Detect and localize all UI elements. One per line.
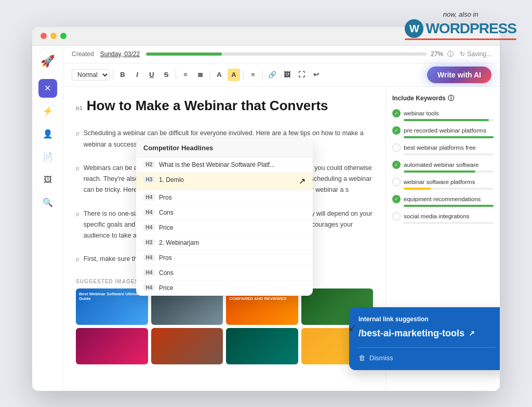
bold-button[interactable]: B: [116, 69, 129, 81]
comp-item-h4-cons-1[interactable]: H4 Cons: [136, 205, 313, 220]
progress-container: 27% ⓘ: [146, 50, 454, 59]
keyword-software-platforms: webinar software platforms: [392, 178, 494, 190]
ordered-list-button[interactable]: ≡: [179, 69, 192, 81]
sidebar-item-search[interactable]: 🔍: [38, 193, 57, 212]
keyword-automated: ✓ automated webinar software: [392, 161, 494, 173]
progress-bar-background: [146, 52, 427, 56]
comp-text-h4-price-1: Price: [159, 224, 305, 231]
close-button[interactable]: [41, 33, 47, 39]
editor-icon: ✕: [44, 83, 51, 93]
keyword-check-3: [392, 143, 401, 152]
font-color-button[interactable]: A: [213, 69, 225, 81]
progress-info-icon[interactable]: ⓘ: [447, 50, 454, 59]
app-logo[interactable]: 🚀: [38, 52, 57, 71]
comp-text-h4-cons-2: Cons: [159, 269, 305, 277]
keyword-pre-recorded: ✓ pre recorded webinar platforms: [392, 126, 494, 138]
strikethrough-button[interactable]: S: [160, 69, 172, 81]
p-label-3: p: [76, 211, 79, 217]
link-button[interactable]: 🔗: [266, 69, 278, 81]
sidebar-item-optimize[interactable]: ⚡: [38, 102, 57, 121]
fullscreen-button[interactable]: ⛶: [295, 69, 308, 81]
keyword-best-free: best webinar platforms free: [392, 143, 494, 155]
main-content: Created Sunday, 03/22 27% ⓘ ↻ Saving...: [63, 46, 500, 391]
image-thumb-5[interactable]: [76, 328, 148, 364]
sidebar-item-images[interactable]: 🖼: [38, 170, 57, 189]
image-thumb-6[interactable]: [151, 328, 223, 364]
now-also-text: now, also in: [405, 10, 516, 18]
external-link-icon: ↗: [469, 329, 475, 337]
comp-item-h4-price-1[interactable]: H4 Price: [136, 220, 313, 235]
comp-tag-h2: H2: [143, 161, 155, 168]
link-card-divider: [358, 347, 496, 348]
font-bg-button[interactable]: A: [228, 69, 240, 81]
optimize-icon: ⚡: [43, 106, 53, 116]
images-icon: 🖼: [44, 175, 52, 185]
comp-text-h3-demio: 1. Demio: [159, 176, 295, 183]
wp-logo: W WORDPRESS: [405, 19, 516, 38]
comp-item-h4-cons-2[interactable]: H4 Cons: [136, 266, 313, 281]
wp-icon: W: [405, 19, 423, 38]
comp-text-h4-pros-2: Pros: [159, 254, 305, 261]
comp-item-h2[interactable]: H2 What is the Best Webinar Software Pla…: [136, 157, 313, 173]
image-thumb-7[interactable]: [226, 328, 298, 364]
comp-item-h3-webinarjam[interactable]: H3 2. Webinarjam: [136, 235, 313, 251]
maximize-button[interactable]: [60, 33, 66, 39]
trash-icon: 🗑: [358, 354, 365, 362]
keyword-social-media: social media integrations: [392, 212, 494, 224]
keyword-text-1: webinar tools: [404, 110, 439, 116]
sidebar-item-editor[interactable]: ✕: [38, 79, 57, 98]
comp-item-h4-pros-2[interactable]: H4 Pros: [136, 251, 313, 266]
app-layout: 🚀 ✕ ⚡ 👤 📄 🖼 🔍 Cre: [32, 46, 500, 391]
wp-brand-text: WORDPRESS: [425, 20, 516, 37]
toolbar-divider-5: [262, 70, 263, 80]
keyword-text-4: automated webinar software: [404, 162, 478, 168]
underline-button[interactable]: U: [145, 69, 158, 81]
sidebar-item-documents[interactable]: 📄: [38, 148, 57, 166]
keyword-check-4: ✓: [392, 161, 401, 169]
unordered-list-button[interactable]: ≣: [194, 69, 206, 81]
search-icon: 🔍: [43, 198, 53, 207]
comp-item-h4-price-2[interactable]: H4 Price: [136, 281, 313, 296]
format-select[interactable]: Normal: [72, 69, 110, 81]
competitor-headlines-overlay: Competitor Headlines H2 What is the Best…: [136, 139, 313, 296]
undo-button[interactable]: ↩: [310, 69, 322, 81]
toolbar: Normal B I U S ≡ ≣ A A ≡ 🔗 🖼 ⛶ ↩: [63, 63, 500, 87]
italic-button[interactable]: I: [131, 69, 143, 81]
comp-tag-h4-cons-1: H4: [143, 209, 155, 216]
minimize-button[interactable]: [50, 33, 57, 39]
comp-tag-h4-price-2: H4: [143, 284, 155, 291]
image-button[interactable]: 🖼: [281, 69, 293, 81]
align-button[interactable]: ≡: [247, 69, 259, 81]
keyword-text-5: webinar software platforms: [404, 179, 475, 185]
keyword-check-2: ✓: [392, 126, 401, 135]
keyword-equipment: ✓ equipment recommendations: [392, 195, 494, 207]
saving-icon: ↻: [460, 50, 465, 58]
comp-item-h4-pros-1[interactable]: H4 Pros: [136, 190, 313, 205]
comp-text-h4-pros-1: Pros: [159, 194, 305, 201]
toolbar-divider-1: [113, 70, 113, 80]
wp-underline: [405, 38, 516, 40]
competitor-headlines-header: Competitor Headlines: [136, 139, 313, 157]
top-bar: Created Sunday, 03/22 27% ⓘ ↻ Saving...: [63, 46, 500, 63]
sidebar-item-profile[interactable]: 👤: [38, 125, 57, 143]
created-label: Created: [72, 50, 94, 58]
toolbar-divider-3: [209, 70, 210, 80]
write-ai-button[interactable]: Write with AI: [427, 67, 491, 83]
comp-tag-h4-pros-2: H4: [143, 254, 155, 261]
document-title[interactable]: How to Make a Webinar that Converts: [87, 97, 328, 115]
progress-bar-fill: [146, 52, 222, 56]
keyword-check-5: [392, 178, 401, 186]
traffic-lights: [41, 33, 66, 39]
comp-text-h3-webinarjam: 2. Webinarjam: [159, 239, 305, 246]
toolbar-divider-2: [176, 70, 176, 80]
dismiss-button[interactable]: 🗑 Dismiss: [358, 354, 496, 362]
comp-tag-h3-webinarjam: H3: [143, 239, 155, 246]
toolbar-divider-4: [243, 70, 244, 80]
cursor-in-item: ↗: [299, 176, 305, 186]
internal-link-url[interactable]: /best-ai-marketing-tools ↗: [358, 328, 496, 339]
comp-text-h2: What is the Best Webinar Software Platf.…: [159, 161, 305, 168]
comp-text-h4-cons-1: Cons: [159, 209, 305, 216]
comp-tag-h4-cons-2: H4: [143, 269, 155, 276]
comp-item-h3-demio[interactable]: H3 1. Demio ↗: [136, 173, 313, 190]
keywords-title: Include Keywords ⓘ: [392, 94, 494, 103]
